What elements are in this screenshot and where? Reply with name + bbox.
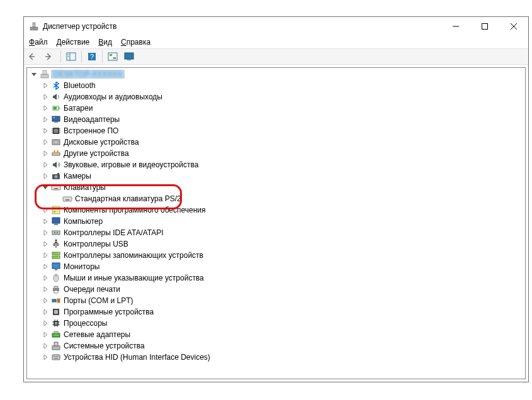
svg-rect-69 xyxy=(57,245,59,246)
category-other[interactable]: Другие устройства xyxy=(27,148,525,159)
device-tree[interactable]: DESKTOP-XXXXXXBluetoothАудиовходы и ауди… xyxy=(26,67,526,379)
expand-icon[interactable] xyxy=(41,115,50,124)
monitor-button[interactable] xyxy=(122,50,137,64)
category-sound[interactable]: Звуковые, игровые и видеоустройства xyxy=(27,159,525,170)
expand-icon[interactable] xyxy=(41,296,50,305)
titlebar: Диспетчер устройств xyxy=(24,17,528,36)
svg-point-40 xyxy=(55,175,58,179)
category-label: Аудиовходы и аудиовыходы xyxy=(62,92,162,101)
svg-rect-98 xyxy=(54,331,58,333)
category-software[interactable]: Компоненты программного обеспечения xyxy=(27,204,525,216)
category-ide[interactable]: Контроллеры IDE ATA/ATAPI xyxy=(27,227,525,238)
maximize-button[interactable] xyxy=(470,17,499,36)
category-mouse[interactable]: Мыши и иные указывающие устройства xyxy=(27,272,525,284)
forward-button[interactable] xyxy=(43,50,58,64)
category-firmware[interactable]: Встроенное ПО xyxy=(27,125,525,136)
show-hide-tree-button[interactable] xyxy=(64,50,79,64)
category-monitor[interactable]: Мониторы xyxy=(27,261,525,272)
svg-rect-88 xyxy=(55,322,57,325)
svg-rect-58 xyxy=(52,206,60,214)
expand-icon[interactable] xyxy=(41,262,50,271)
category-computer[interactable]: Компьютер xyxy=(27,216,525,227)
tree-root[interactable]: DESKTOP-XXXXXX xyxy=(27,69,525,80)
menubar: Файл Действие Вид Справка xyxy=(24,36,528,48)
expand-icon[interactable] xyxy=(41,342,50,350)
expand-icon[interactable] xyxy=(41,81,50,90)
expand-icon[interactable] xyxy=(41,274,50,282)
svg-rect-82 xyxy=(57,299,60,303)
ide-icon xyxy=(51,228,61,238)
category-keyboard[interactable]: Клавиатуры xyxy=(27,182,525,193)
help-button[interactable]: ? xyxy=(84,50,99,64)
category-audio[interactable]: Аудиовходы и аудиовыходы xyxy=(27,91,525,103)
category-hid[interactable]: Устройства HID (Human Interface Devices) xyxy=(27,352,525,363)
expand-icon[interactable] xyxy=(41,330,50,339)
svg-rect-18 xyxy=(43,70,47,74)
category-port[interactable]: Порты (COM и LPT) xyxy=(27,295,525,306)
category-softdev[interactable]: Программные устройства xyxy=(27,306,525,318)
expand-icon[interactable] xyxy=(41,149,50,158)
svg-point-72 xyxy=(58,253,59,254)
svg-text:?: ? xyxy=(90,53,94,60)
expand-icon[interactable] xyxy=(41,183,50,192)
back-button[interactable] xyxy=(26,50,42,64)
category-storage[interactable]: Контроллеры запоминающих устройств xyxy=(27,250,525,261)
expand-icon[interactable] xyxy=(41,353,50,362)
toolbar: ? xyxy=(24,48,528,65)
menu-view[interactable]: Вид xyxy=(98,38,112,47)
category-display[interactable]: Видеоадаптеры xyxy=(27,114,525,125)
port-icon xyxy=(51,296,61,306)
expand-icon[interactable] xyxy=(41,160,50,169)
svg-rect-57 xyxy=(65,199,69,201)
expand-icon[interactable] xyxy=(41,206,50,214)
svg-rect-74 xyxy=(52,263,60,269)
category-label: Программные устройства xyxy=(62,308,154,316)
expand-icon[interactable] xyxy=(41,240,50,248)
expand-icon[interactable] xyxy=(41,285,50,294)
svg-rect-105 xyxy=(54,356,55,357)
svg-rect-103 xyxy=(54,342,58,346)
category-label: Видеоадаптеры xyxy=(62,115,120,124)
expand-icon[interactable] xyxy=(41,92,50,101)
expand-icon[interactable] xyxy=(41,308,50,316)
svg-point-35 xyxy=(55,142,57,143)
software-icon xyxy=(51,205,61,215)
category-label: Батареи xyxy=(62,104,93,113)
svg-rect-1 xyxy=(33,23,35,27)
category-usb[interactable]: Контроллеры USB xyxy=(27,238,525,250)
category-battery[interactable]: Батареи xyxy=(27,103,525,114)
menu-help[interactable]: Справка xyxy=(121,38,150,47)
expand-icon[interactable] xyxy=(30,70,38,79)
device-item[interactable]: Стандартная клавиатура PS/2 xyxy=(27,193,525,204)
svg-rect-41 xyxy=(57,173,59,174)
close-button[interactable] xyxy=(499,17,528,36)
scan-hardware-button[interactable] xyxy=(105,50,120,64)
expand-icon[interactable] xyxy=(41,126,50,135)
menu-file[interactable]: Файл xyxy=(29,38,48,47)
category-camera[interactable]: Камеры xyxy=(27,170,525,182)
svg-rect-60 xyxy=(57,208,59,209)
expand-icon[interactable] xyxy=(41,138,50,147)
category-print[interactable]: Очереди печати xyxy=(27,284,525,295)
category-disk[interactable]: Дисковые устройства xyxy=(27,136,525,148)
category-bluetooth[interactable]: Bluetooth xyxy=(27,80,525,91)
svg-point-68 xyxy=(54,245,55,246)
svg-rect-81 xyxy=(52,299,56,302)
minimize-button[interactable] xyxy=(441,17,470,36)
category-label: Мониторы xyxy=(62,262,99,271)
category-network[interactable]: Сетевые адаптеры xyxy=(27,329,525,340)
expand-icon[interactable] xyxy=(41,251,50,260)
network-icon xyxy=(51,330,61,340)
device-label: Стандартная клавиатура PS/2 xyxy=(74,194,181,203)
expand-icon[interactable] xyxy=(41,104,50,113)
expand-icon[interactable] xyxy=(41,319,50,328)
expand-icon[interactable] xyxy=(41,172,50,181)
svg-rect-104 xyxy=(52,355,60,360)
expand-icon[interactable] xyxy=(41,217,50,226)
category-cpu[interactable]: Процессоры xyxy=(27,318,525,329)
expand-icon[interactable] xyxy=(41,228,50,237)
svg-point-99 xyxy=(54,335,55,336)
menu-action[interactable]: Действие xyxy=(57,38,90,47)
category-system[interactable]: Системные устройства xyxy=(27,340,525,352)
monitor-icon xyxy=(51,262,61,272)
